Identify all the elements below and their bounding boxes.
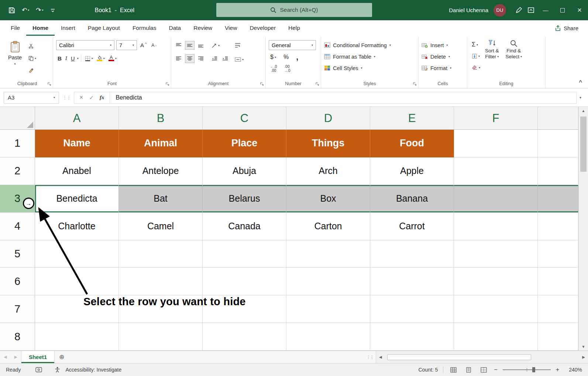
conditional-formatting-button[interactable]: Conditional Formatting ▾ xyxy=(324,39,391,51)
font-name-select[interactable]: Calibri ▾ xyxy=(56,40,114,50)
tab-page-layout[interactable]: Page Layout xyxy=(82,20,126,36)
copy-button[interactable]: ▾ xyxy=(27,54,38,63)
zoom-slider-thumb[interactable] xyxy=(532,367,535,372)
find-select-button[interactable]: Find & Select▾ xyxy=(502,38,526,59)
cell-A3-active[interactable]: Benedicta xyxy=(35,185,119,213)
cell-A8[interactable] xyxy=(35,323,119,351)
cell-C4[interactable]: Canada xyxy=(203,213,286,240)
redo-button[interactable]: ↷▾ xyxy=(33,5,46,15)
cell-F7[interactable] xyxy=(454,295,538,323)
cell-A2[interactable]: Anabel xyxy=(35,157,119,185)
cell-A1[interactable]: Name xyxy=(35,130,119,157)
cell-F2[interactable] xyxy=(454,157,538,185)
merge-center-button[interactable]: ▾ xyxy=(233,55,245,64)
increase-decimal-button[interactable]: ←.0.00 xyxy=(269,64,278,73)
scroll-left-arrow[interactable]: ◀ xyxy=(378,355,384,359)
cell-styles-button[interactable]: Cell Styles ▾ xyxy=(324,62,391,74)
cell-C6[interactable] xyxy=(203,268,286,295)
ribbon-display-options-button[interactable] xyxy=(525,5,537,15)
new-sheet-button[interactable]: ⊕ xyxy=(55,351,69,363)
cell-D6[interactable] xyxy=(286,268,370,295)
increase-indent-button[interactable] xyxy=(221,54,230,63)
number-dialog-launcher[interactable] xyxy=(315,82,319,86)
format-as-table-button[interactable]: Format as Table ▾ xyxy=(324,51,391,62)
cell-A5[interactable] xyxy=(35,240,119,268)
middle-align-button[interactable] xyxy=(185,41,195,50)
align-center-button[interactable] xyxy=(185,54,195,63)
cell-C8[interactable] xyxy=(203,323,286,351)
row-header-6[interactable]: 6 xyxy=(0,268,35,295)
cell-B2[interactable]: Antelope xyxy=(119,157,203,185)
percent-style-button[interactable]: % xyxy=(282,53,290,62)
formula-bar-grip[interactable]: ⋮⋮ xyxy=(59,95,74,100)
fill-button[interactable]: ▾ xyxy=(470,52,482,60)
wrap-text-button[interactable] xyxy=(233,41,245,50)
column-header-F[interactable]: F xyxy=(454,107,538,130)
bold-button[interactable]: B xyxy=(56,54,63,63)
undo-button[interactable]: ↶▾ xyxy=(19,5,32,15)
cell-C2[interactable]: Abuja xyxy=(203,157,286,185)
font-dialog-launcher[interactable] xyxy=(165,82,169,86)
accounting-format-button[interactable]: $▾ xyxy=(269,53,278,62)
expand-formula-bar-button[interactable]: ▾ xyxy=(577,95,584,100)
row-header-2[interactable]: 2 xyxy=(0,157,35,185)
borders-button[interactable]: ▾ xyxy=(83,54,94,63)
cell-B1[interactable]: Animal xyxy=(119,130,203,157)
cell-B8[interactable] xyxy=(119,323,203,351)
row-header-7[interactable]: 7 xyxy=(0,295,35,323)
paste-button[interactable]: Paste ▾ xyxy=(4,38,25,66)
autosum-button[interactable]: Σ▾ xyxy=(470,40,482,49)
page-layout-view-button[interactable] xyxy=(464,367,474,373)
cell-F1[interactable] xyxy=(454,130,538,157)
macro-record-icon[interactable] xyxy=(35,367,42,372)
column-header-D[interactable]: D xyxy=(286,107,370,130)
accessibility-icon[interactable] xyxy=(55,367,60,373)
ink-button[interactable] xyxy=(513,5,525,15)
styles-dialog-launcher[interactable] xyxy=(413,82,417,86)
clipboard-dialog-launcher[interactable] xyxy=(47,82,51,86)
tab-file[interactable]: File xyxy=(4,20,26,36)
tab-help[interactable]: Help xyxy=(282,20,306,36)
row-header-8[interactable]: 8 xyxy=(0,323,35,351)
cell-D5[interactable] xyxy=(286,240,370,268)
delete-cells-button[interactable]: Delete ▾ xyxy=(422,51,451,62)
row-header-4[interactable]: 4 xyxy=(0,213,35,240)
increase-font-size-button[interactable]: A^ xyxy=(139,41,148,50)
cancel-entry-button[interactable]: × xyxy=(79,94,83,101)
column-header-B[interactable]: B xyxy=(119,107,203,130)
collapse-ribbon-button[interactable]: ^ xyxy=(579,79,582,85)
top-align-button[interactable] xyxy=(174,41,183,50)
cell-C5[interactable] xyxy=(203,240,286,268)
row-header-1[interactable]: 1 xyxy=(0,130,35,157)
cell-A6[interactable] xyxy=(35,268,119,295)
fill-color-button[interactable]: ▾ xyxy=(95,54,106,63)
cell-D1[interactable]: Things xyxy=(286,130,370,157)
maximize-button[interactable] xyxy=(554,0,571,20)
cell-F3[interactable] xyxy=(454,185,538,213)
cell-E5[interactable] xyxy=(370,240,454,268)
cell-E4[interactable]: Carrot xyxy=(370,213,454,240)
font-color-button[interactable]: A ▾ xyxy=(107,54,118,63)
scroll-up-arrow[interactable]: ▲ xyxy=(582,109,585,113)
cell-B4[interactable]: Camel xyxy=(119,213,203,240)
format-cells-button[interactable]: Format ▾ xyxy=(422,62,451,74)
cell-D4[interactable]: Carton xyxy=(286,213,370,240)
decrease-decimal-button[interactable]: .00→.0 xyxy=(282,64,292,73)
bottom-align-button[interactable] xyxy=(196,41,205,50)
underline-button[interactable]: U xyxy=(69,54,76,63)
horizontal-scrollbar-thumb[interactable] xyxy=(387,354,531,360)
accessibility-status[interactable]: Accessibility: Investigate xyxy=(65,367,121,373)
font-size-select[interactable]: 7 ▾ xyxy=(116,40,137,50)
sheet-nav-right[interactable]: ▶ xyxy=(10,351,21,363)
align-right-button[interactable] xyxy=(196,54,205,63)
cell-F6[interactable] xyxy=(454,268,538,295)
cell-D3[interactable]: Box xyxy=(286,185,370,213)
cell-B5[interactable] xyxy=(119,240,203,268)
decrease-indent-button[interactable] xyxy=(210,54,219,63)
scroll-down-arrow[interactable]: ▼ xyxy=(582,345,585,349)
cell-F8[interactable] xyxy=(454,323,538,351)
zoom-in-button[interactable]: + xyxy=(556,366,559,373)
alignment-dialog-launcher[interactable] xyxy=(260,82,264,86)
share-button[interactable]: Share xyxy=(555,20,578,36)
cell-D8[interactable] xyxy=(286,323,370,351)
